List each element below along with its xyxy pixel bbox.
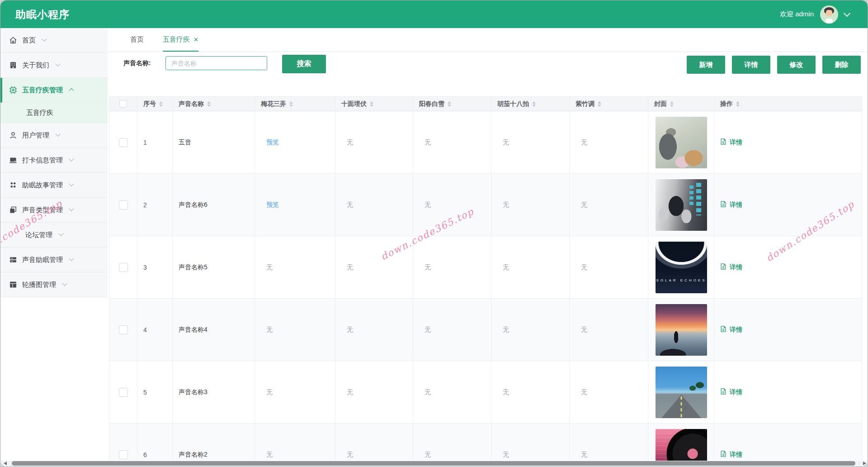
empty-value: 无 — [503, 326, 509, 334]
sidebar-item-forum-manage[interactable]: 论坛管理 — [0, 223, 108, 248]
search-button[interactable]: 搜索 — [282, 55, 326, 73]
detail-link[interactable]: 详情 — [720, 138, 742, 147]
column-header-5[interactable]: 阳春白雪 — [413, 97, 491, 111]
edit-button[interactable]: 修改 — [777, 56, 816, 74]
preview-link[interactable]: 预览 — [266, 201, 279, 209]
sort-carets-icon — [159, 101, 163, 107]
cell-hujia: 无 — [491, 174, 570, 236]
column-header-8[interactable]: 封面 — [648, 97, 714, 111]
cell-zizhu: 无 — [570, 174, 648, 236]
preview-link[interactable]: 预览 — [266, 138, 279, 147]
sound-name-input[interactable] — [165, 56, 267, 70]
chevron-down-icon — [55, 132, 60, 137]
cell-meihua: 无 — [255, 236, 335, 298]
sort-carets-icon — [598, 101, 601, 107]
app-title: 助眠小程序 — [15, 8, 70, 22]
sidebar-item-home[interactable]: 首页 — [0, 28, 108, 53]
sidebar-group-sleep-story-manage: 助眠故事管理 — [0, 173, 108, 198]
empty-value: 无 — [347, 263, 353, 272]
scroll-left-arrow-icon[interactable] — [4, 462, 7, 465]
cell-yangchun: 无 — [413, 111, 491, 173]
chip-icon — [9, 86, 18, 95]
sidebar-item-label: 助眠故事管理 — [22, 181, 63, 190]
table-row: 2声音名称6预览无无无无详情 — [109, 174, 862, 236]
detail-link[interactable]: 详情 — [720, 388, 742, 396]
column-header-6[interactable]: 胡茄十八拍 — [491, 97, 570, 111]
row-checkbox[interactable] — [119, 388, 128, 397]
avatar[interactable] — [820, 5, 838, 24]
column-header-4[interactable]: 十面埋伏 — [335, 97, 413, 111]
sidebar-item-checkin-info-manage[interactable]: 打卡信息管理 — [0, 148, 108, 173]
empty-value: 无 — [581, 201, 587, 209]
row-checkbox[interactable] — [119, 138, 128, 147]
cell-shimian: 无 — [335, 236, 413, 298]
row-select-cell — [109, 361, 137, 423]
cell-sound-name: 声音名称4 — [173, 299, 255, 361]
cell-sound-name: 五音 — [173, 111, 255, 173]
tab-bar: 首页 五音疗疾 — [108, 28, 868, 52]
tab-wuyin-therapy[interactable]: 五音疗疾 — [163, 28, 198, 52]
select-all-checkbox[interactable] — [119, 100, 127, 108]
sidebar-item-sleep-story-manage[interactable]: 助眠故事管理 — [0, 173, 108, 198]
sidebar-item-user-manage[interactable]: 用户管理 — [0, 123, 108, 148]
empty-value: 无 — [266, 263, 273, 272]
horizontal-scrollbar-thumb[interactable] — [12, 461, 855, 466]
detail-link[interactable]: 详情 — [720, 200, 742, 209]
row-checkbox[interactable] — [119, 263, 128, 272]
detail-link[interactable]: 详情 — [720, 325, 742, 334]
empty-value: 无 — [581, 388, 587, 396]
row-number: 6 — [143, 451, 147, 458]
avatar-face — [826, 10, 832, 16]
sort-carets-icon — [207, 101, 211, 107]
empty-value: 无 — [425, 201, 431, 209]
column-header-label: 十面埋伏 — [341, 100, 367, 108]
sort-carets-icon — [670, 101, 674, 107]
delete-button[interactable]: 删除 — [822, 56, 861, 74]
row-number: 1 — [143, 139, 147, 146]
detail-link-label: 详情 — [730, 326, 742, 334]
empty-value: 无 — [581, 138, 587, 147]
detail-button[interactable]: 详情 — [732, 56, 770, 74]
row-checkbox[interactable] — [119, 450, 128, 459]
doc-icon — [720, 388, 727, 396]
close-icon[interactable] — [193, 37, 198, 43]
scroll-right-arrow-icon[interactable] — [863, 462, 866, 465]
server-icon — [9, 255, 18, 264]
empty-value: 无 — [581, 326, 587, 334]
sidebar-group-home: 首页 — [0, 28, 108, 53]
empty-value: 无 — [581, 263, 587, 272]
column-header-9[interactable]: 操作 — [714, 97, 862, 111]
cell-action: 详情 — [714, 174, 862, 236]
detail-link[interactable]: 详情 — [720, 450, 742, 459]
cell-action: 详情 — [714, 111, 862, 173]
sound-name: 声音名称6 — [179, 201, 208, 209]
cell-zizhu: 无 — [570, 236, 648, 298]
detail-link[interactable]: 详情 — [720, 263, 742, 272]
column-header-1[interactable]: 序号 — [137, 97, 173, 111]
row-select-cell — [109, 174, 137, 236]
sidebar-item-sound-sleep-manage[interactable]: 声音助眠管理 — [0, 248, 108, 272]
column-header-2[interactable]: 声音名称 — [173, 97, 255, 111]
cell-index: 2 — [137, 174, 173, 236]
add-button[interactable]: 新增 — [687, 56, 725, 74]
cell-zizhu: 无 — [570, 361, 648, 423]
user-area[interactable]: 欢迎 admin — [780, 0, 849, 28]
sidebar-group-sound-type-manage: 声音类型管理 — [0, 198, 108, 223]
sidebar-item-carousel-manage[interactable]: 轮播图管理 — [0, 272, 108, 297]
cell-yangchun: 无 — [413, 174, 491, 236]
empty-value: 无 — [503, 451, 509, 459]
sidebar-subitem-wuyin-therapy[interactable]: 五音疗疾 — [0, 103, 108, 123]
sidebar-item-label: 打卡信息管理 — [22, 156, 63, 165]
chevron-down-icon[interactable] — [844, 10, 851, 17]
sound-name: 五音 — [179, 138, 191, 147]
tab-home[interactable]: 首页 — [130, 28, 144, 52]
cell-hujia: 无 — [491, 299, 570, 361]
row-checkbox[interactable] — [119, 200, 128, 210]
cell-cover: SOLAR ECHOES — [648, 236, 714, 298]
sidebar-item-sound-type-manage[interactable]: 声音类型管理 — [0, 198, 108, 223]
sidebar-item-about-us[interactable]: 关于我们 — [0, 53, 108, 78]
sidebar-item-wuyin-therapy-manage[interactable]: 五音疗疾管理 — [0, 78, 108, 103]
row-checkbox[interactable] — [119, 325, 128, 334]
column-header-3[interactable]: 梅花三弄 — [255, 97, 335, 111]
column-header-7[interactable]: 紫竹调 — [570, 97, 648, 111]
